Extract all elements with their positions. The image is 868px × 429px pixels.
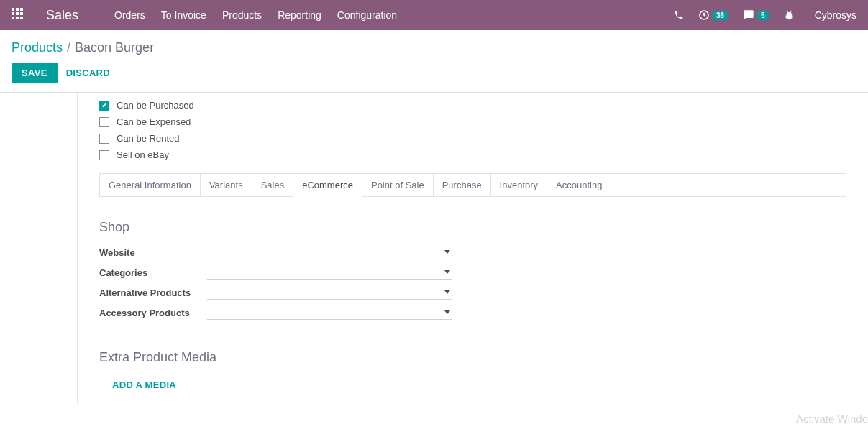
chevron-down-icon	[444, 290, 450, 294]
accessory-products-dropdown[interactable]	[207, 305, 452, 320]
field-label: Website	[99, 247, 207, 258]
checkbox[interactable]	[99, 134, 109, 144]
tab-sales[interactable]: Sales	[252, 174, 293, 196]
action-bar: SAVE DISCARD	[0, 63, 868, 92]
clock-icon[interactable]: 36	[698, 9, 728, 21]
phone-icon[interactable]	[674, 10, 684, 20]
username[interactable]: Cybrosys	[815, 9, 856, 21]
checkbox-row: Can be Expensed	[99, 116, 846, 127]
save-button[interactable]: SAVE	[12, 63, 58, 83]
alternative-products-dropdown[interactable]	[207, 285, 452, 300]
add-media-button[interactable]: ADD A MEDIA	[112, 379, 846, 390]
checkbox-label: Can be Expensed	[117, 116, 191, 127]
debug-icon[interactable]	[784, 10, 795, 21]
tabs: General InformationVariantsSaleseCommerc…	[99, 173, 846, 197]
checkbox-row: Can be Rented	[99, 133, 846, 144]
tab-inventory[interactable]: Inventory	[490, 174, 547, 196]
nav-orders[interactable]: Orders	[114, 9, 145, 21]
breadcrumb: Products / Bacon Burger	[0, 30, 868, 63]
tab-general-information[interactable]: General Information	[99, 174, 200, 196]
categories-dropdown[interactable]	[207, 265, 452, 280]
section-shop-title: Shop	[99, 220, 846, 235]
chevron-down-icon	[444, 270, 450, 274]
checkbox-list: Can be PurchasedCan be ExpensedCan be Re…	[99, 100, 846, 160]
chat-icon[interactable]: 5	[743, 9, 769, 21]
website-dropdown[interactable]	[207, 245, 452, 259]
field-row: Accessory Products	[99, 305, 846, 320]
chevron-down-icon	[444, 250, 450, 254]
nav-configuration[interactable]: Configuration	[337, 9, 397, 21]
shop-fields: WebsiteCategoriesAlternative ProductsAcc…	[99, 245, 846, 320]
field-label: Categories	[99, 267, 207, 278]
breadcrumb-parent[interactable]: Products	[12, 40, 63, 55]
checkbox-label: Can be Purchased	[117, 100, 194, 111]
checkbox[interactable]	[99, 150, 109, 160]
app-title: Sales	[46, 8, 78, 23]
nav-products[interactable]: Products	[222, 9, 262, 21]
nav-to-invoice[interactable]: To Invoice	[161, 9, 206, 21]
form-area: Can be PurchasedCan be ExpensedCan be Re…	[0, 93, 868, 405]
checkbox[interactable]	[99, 101, 109, 111]
chat-badge: 5	[757, 11, 769, 20]
tab-ecommerce[interactable]: eCommerce	[293, 174, 362, 197]
checkbox-row: Can be Purchased	[99, 100, 846, 111]
watermark: Activate Windo	[796, 412, 868, 425]
left-panel	[0, 93, 78, 405]
form-sheet: Can be PurchasedCan be ExpensedCan be Re…	[78, 93, 868, 405]
tab-purchase[interactable]: Purchase	[433, 174, 490, 196]
tab-variants[interactable]: Variants	[200, 174, 252, 196]
checkbox[interactable]	[99, 117, 109, 127]
nav-menu: Orders To Invoice Products Reporting Con…	[114, 9, 674, 21]
discard-button[interactable]: DISCARD	[66, 68, 110, 78]
checkbox-label: Can be Rented	[117, 133, 179, 144]
nav-right: 36 5 Cybrosys	[674, 9, 856, 21]
field-row: Website	[99, 245, 846, 259]
nav-reporting[interactable]: Reporting	[278, 9, 321, 21]
tab-underline	[99, 196, 846, 197]
tab-point-of-sale[interactable]: Point of Sale	[362, 174, 433, 196]
section-media-title: Extra Product Media	[99, 350, 846, 365]
field-row: Categories	[99, 265, 846, 280]
field-row: Alternative Products	[99, 285, 846, 300]
apps-icon[interactable]	[12, 8, 26, 22]
field-label: Alternative Products	[99, 287, 207, 298]
field-label: Accessory Products	[99, 308, 207, 318]
tab-accounting[interactable]: Accounting	[547, 174, 611, 196]
breadcrumb-sep: /	[67, 40, 70, 55]
chevron-down-icon	[444, 310, 450, 314]
checkbox-label: Sell on eBay	[117, 149, 169, 160]
top-nav: Sales Orders To Invoice Products Reporti…	[0, 0, 868, 30]
clock-badge: 36	[712, 11, 728, 20]
checkbox-row: Sell on eBay	[99, 149, 846, 160]
breadcrumb-current: Bacon Burger	[75, 40, 154, 55]
